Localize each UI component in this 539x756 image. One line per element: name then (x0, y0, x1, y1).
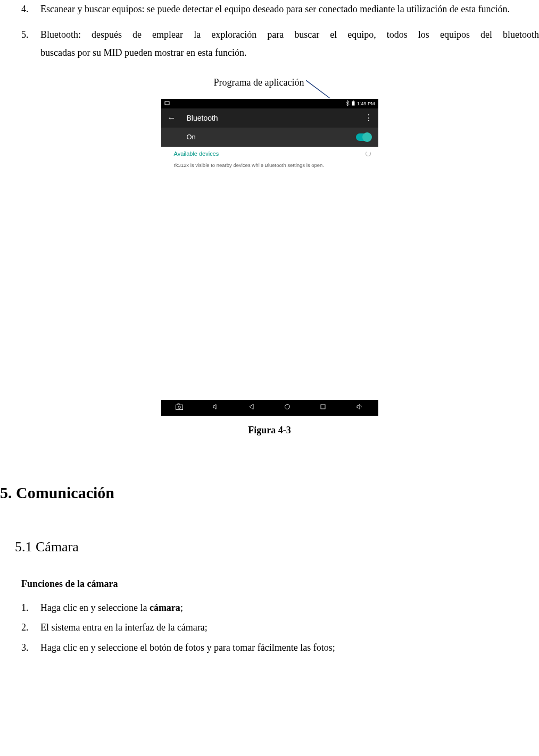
svg-rect-8 (321, 405, 325, 409)
screenshot-nav-icon[interactable] (176, 404, 183, 411)
svg-line-0 (306, 80, 331, 99)
list-text: Bluetooth: después de emplear la explora… (40, 26, 539, 62)
list-number: 4. (21, 0, 40, 18)
volume-down-nav-icon[interactable] (212, 404, 219, 411)
available-devices-label: Available devices (174, 150, 219, 157)
heading-camera-functions: Funciones de la cámara (21, 578, 539, 590)
svg-rect-4 (176, 405, 183, 410)
list-number: 3. (21, 638, 40, 658)
android-status-bar: 1:49 PM (161, 99, 378, 108)
bluetooth-on-row: On (161, 128, 378, 147)
recents-nav-icon[interactable] (320, 404, 326, 411)
bluetooth-settings-screenshot: 1:49 PM ← Bluetooth ⋮ On Available devic… (161, 98, 379, 416)
svg-point-5 (178, 406, 181, 409)
list-text: Escanear y buscar equipos: se puede dete… (40, 0, 539, 18)
app-title-bar: ← Bluetooth ⋮ (161, 108, 378, 128)
svg-rect-6 (178, 404, 179, 405)
list-item: 4. Escanear y buscar equipos: se puede d… (21, 0, 539, 18)
home-nav-icon[interactable] (284, 404, 291, 411)
bluetooth-on-label: On (187, 133, 196, 141)
list-item: 3. Haga clic en y seleccione el botón de… (21, 638, 539, 658)
annotation-label: Programa de aplicación (214, 77, 304, 88)
list-number: 5. (21, 26, 40, 62)
back-nav-icon[interactable] (248, 404, 255, 411)
battery-icon (352, 100, 355, 107)
back-arrow-icon[interactable]: ← (168, 113, 176, 123)
available-devices-header: Available devices (161, 147, 378, 161)
status-time: 1:49 PM (357, 101, 375, 106)
svg-rect-2 (352, 101, 354, 105)
device-list-empty (161, 170, 378, 400)
bluetooth-status-icon (346, 100, 350, 107)
notification-icon (164, 100, 170, 107)
list-text: Haga clic en y seleccione la cámara; (40, 598, 183, 618)
list-item: 5. Bluetooth: después de emplear la expl… (21, 26, 539, 62)
list-number: 2. (21, 618, 40, 638)
heading-communication: 5. Comunicación (0, 484, 539, 502)
list-text: Haga clic en y seleccione el botón de fo… (40, 638, 335, 658)
visibility-note: rk312x is visible to nearby devices whil… (161, 161, 378, 170)
volume-up-nav-icon[interactable] (356, 404, 363, 411)
heading-camera: 5.1 Cámara (15, 539, 539, 555)
scanning-spinner-icon (366, 151, 371, 156)
list-item: 2. El sistema entra en la interfaz de la… (21, 618, 539, 638)
android-nav-bar (161, 400, 378, 416)
bluetooth-toggle[interactable] (356, 133, 371, 141)
screen-title: Bluetooth (187, 114, 218, 122)
figure-annotation: Programa de aplicación (0, 77, 539, 93)
figure-caption: Figura 4-3 (0, 425, 539, 436)
list-text: El sistema entra en la interfaz de la cá… (40, 618, 208, 638)
overflow-menu-icon[interactable]: ⋮ (364, 113, 372, 123)
list-number: 1. (21, 598, 40, 618)
svg-rect-3 (353, 100, 354, 101)
svg-rect-1 (165, 102, 169, 105)
list-item: 1. Haga clic en y seleccione la cámara; (21, 598, 539, 618)
svg-point-7 (285, 405, 290, 409)
